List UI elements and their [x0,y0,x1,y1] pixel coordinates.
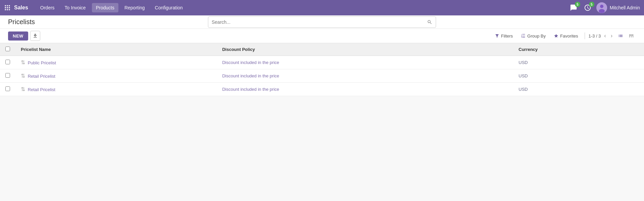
drag-handle-1[interactable]: ⇅ [21,73,25,79]
search-container [208,16,436,28]
col-header-discount[interactable]: Discount Policy [217,43,513,56]
view-toggle [616,32,636,40]
filters-label: Filters [501,34,513,39]
menu-to-invoice[interactable]: To Invoice [61,3,90,12]
menu-reporting[interactable]: Reporting [120,3,149,12]
top-navigation: Sales Orders To Invoice Products Reporti… [0,0,644,15]
row-discount-2: Discount included in the price [217,83,513,96]
row-discount-1: Discount included in the price [217,69,513,83]
kanban-view-button[interactable] [627,32,636,40]
group-by-button[interactable]: Group By [518,32,549,40]
user-name: Mitchell Admin [610,5,640,10]
svg-point-2 [599,9,605,13]
row-discount-0: Discount included in the price [217,56,513,69]
menu-products[interactable]: Products [92,3,118,12]
favorites-label: Favorites [560,34,578,39]
group-by-label: Group By [527,34,546,39]
new-button[interactable]: NEW [8,31,28,41]
menu-configuration[interactable]: Configuration [151,3,187,12]
activity-button[interactable]: 5 [582,2,593,13]
user-menu[interactable]: Mitchell Admin [596,2,640,13]
toolbar-left: NEW [8,31,40,41]
header-search-row: Pricelists [0,15,644,29]
row-currency-2: USD [513,83,644,96]
chat-button[interactable]: 5 [568,2,579,13]
action-toolbar: NEW Filters Group By Favorites 1-3 / 3 ‹… [0,29,644,43]
pricelists-table: Pricelist Name Discount Policy Currency … [0,43,644,96]
list-view-button[interactable] [616,32,625,40]
row-checkbox-0[interactable] [5,60,10,64]
row-currency-0: USD [513,56,644,69]
favorites-button[interactable]: Favorites [550,32,581,40]
toolbar-right: Filters Group By Favorites 1-3 / 3 ‹ › [491,32,636,40]
row-currency-1: USD [513,69,644,83]
chat-badge: 5 [575,2,580,7]
table-row: ⇅ Public Pricelist Discount included in … [0,56,644,69]
table-row: ⇅ Retail Pricelist Discount included in … [0,83,644,96]
app-name[interactable]: Sales [14,5,28,11]
select-all-checkbox[interactable] [5,47,10,51]
pagination-nav: ‹ › [602,32,614,40]
filters-button[interactable]: Filters [491,32,516,40]
menu-orders[interactable]: Orders [36,3,59,12]
top-menu: Orders To Invoice Products Reporting Con… [36,3,568,12]
pagination-info: 1-3 / 3 [588,34,601,39]
page-title: Pricelists [8,18,35,25]
drag-handle-2[interactable]: ⇅ [21,86,25,92]
search-input[interactable] [212,19,427,25]
drag-handle-0[interactable]: ⇅ [21,60,25,65]
col-header-name[interactable]: Pricelist Name [15,43,217,56]
topnav-right: 5 5 Mitchell Admin [568,2,640,13]
search-icon [427,19,432,25]
row-checkbox-2[interactable] [5,86,10,91]
pagination-prev[interactable]: ‹ [602,32,608,40]
table-row: ⇅ Retail Pricelist Discount included in … [0,69,644,83]
svg-point-1 [600,5,603,8]
row-name-0[interactable]: ⇅ Public Pricelist [15,56,217,69]
row-name-2[interactable]: ⇅ Retail Pricelist [15,83,217,96]
pagination-next[interactable]: › [609,32,614,40]
activity-badge: 5 [589,2,594,7]
col-header-currency[interactable]: Currency [513,43,644,56]
row-name-1[interactable]: ⇅ Retail Pricelist [15,69,217,83]
row-checkbox-1[interactable] [5,73,10,78]
avatar [596,2,607,13]
apps-grid-icon[interactable] [4,4,11,11]
download-button[interactable] [30,31,40,41]
table-header-row: Pricelist Name Discount Policy Currency [0,43,644,56]
